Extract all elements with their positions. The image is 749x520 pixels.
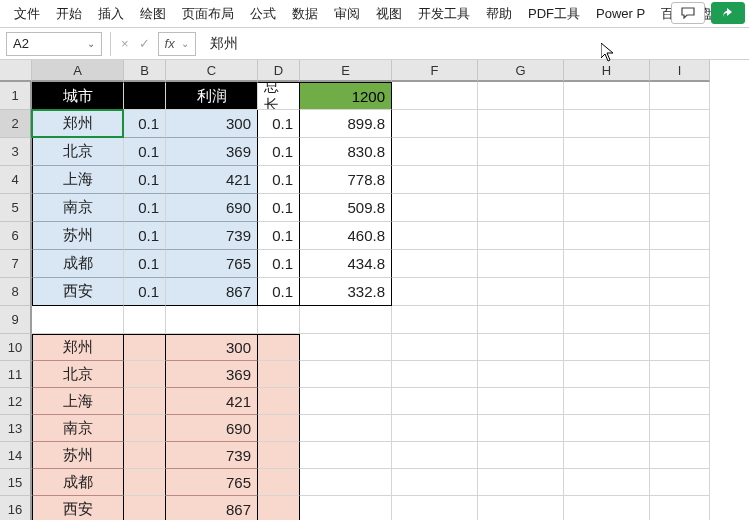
cell[interactable]: 867: [166, 496, 258, 520]
cell[interactable]: [300, 496, 392, 520]
cell[interactable]: [300, 442, 392, 469]
cell[interactable]: 300: [166, 110, 258, 138]
cell[interactable]: 南京: [32, 194, 124, 222]
share-button[interactable]: [711, 2, 745, 24]
cell[interactable]: [564, 250, 650, 278]
ribbon-tab-power[interactable]: Power P: [588, 2, 653, 25]
row-header-5[interactable]: 5: [0, 194, 32, 222]
cell[interactable]: [478, 250, 564, 278]
cell[interactable]: [564, 334, 650, 361]
cell[interactable]: [478, 110, 564, 138]
column-header-A[interactable]: A: [32, 60, 124, 82]
cell[interactable]: [300, 361, 392, 388]
cell[interactable]: [392, 278, 478, 306]
cell[interactable]: 0.1: [124, 138, 166, 166]
cell[interactable]: 369: [166, 138, 258, 166]
cell[interactable]: [392, 82, 478, 110]
cell[interactable]: 郑州: [32, 110, 124, 138]
cell[interactable]: [124, 496, 166, 520]
cell[interactable]: 北京: [32, 138, 124, 166]
cell[interactable]: [478, 334, 564, 361]
cell[interactable]: 成都: [32, 250, 124, 278]
cell[interactable]: 0.1: [258, 138, 300, 166]
cell[interactable]: [650, 306, 710, 334]
cell[interactable]: [300, 334, 392, 361]
cell[interactable]: 苏州: [32, 222, 124, 250]
row-header-4[interactable]: 4: [0, 166, 32, 194]
cell[interactable]: 苏州: [32, 442, 124, 469]
cell[interactable]: 830.8: [300, 138, 392, 166]
ribbon-tab-draw[interactable]: 绘图: [132, 1, 174, 27]
ribbon-tab-formulas[interactable]: 公式: [242, 1, 284, 27]
cell[interactable]: [478, 194, 564, 222]
cell[interactable]: [258, 306, 300, 334]
cell[interactable]: [650, 415, 710, 442]
cell[interactable]: [478, 138, 564, 166]
cell[interactable]: 0.1: [124, 222, 166, 250]
cell[interactable]: 0.1: [124, 110, 166, 138]
cell[interactable]: [650, 388, 710, 415]
cell[interactable]: 0.1: [258, 166, 300, 194]
cell[interactable]: [478, 496, 564, 520]
cell[interactable]: [564, 166, 650, 194]
column-header-F[interactable]: F: [392, 60, 478, 82]
cell[interactable]: [166, 306, 258, 334]
ribbon-tab-file[interactable]: 文件: [6, 1, 48, 27]
ribbon-tab-developer[interactable]: 开发工具: [410, 1, 478, 27]
cell[interactable]: 765: [166, 469, 258, 496]
cell[interactable]: [32, 306, 124, 334]
cell[interactable]: 0.1: [258, 222, 300, 250]
cell[interactable]: [392, 442, 478, 469]
cell[interactable]: [478, 278, 564, 306]
cell[interactable]: [124, 415, 166, 442]
cell[interactable]: 867: [166, 278, 258, 306]
cell[interactable]: [392, 415, 478, 442]
cell[interactable]: 0.1: [258, 278, 300, 306]
cell[interactable]: 西安: [32, 278, 124, 306]
cell[interactable]: [564, 469, 650, 496]
cell[interactable]: 690: [166, 194, 258, 222]
row-header-14[interactable]: 14: [0, 442, 32, 469]
cell[interactable]: [650, 110, 710, 138]
cell[interactable]: [564, 222, 650, 250]
ribbon-tab-home[interactable]: 开始: [48, 1, 90, 27]
cell[interactable]: [564, 138, 650, 166]
row-header-3[interactable]: 3: [0, 138, 32, 166]
cell[interactable]: [124, 442, 166, 469]
name-box[interactable]: A2 ⌄: [6, 32, 102, 56]
row-header-9[interactable]: 9: [0, 306, 32, 334]
cell[interactable]: [392, 469, 478, 496]
column-header-C[interactable]: C: [166, 60, 258, 82]
cell[interactable]: [650, 361, 710, 388]
cell[interactable]: [564, 194, 650, 222]
cell[interactable]: 西安: [32, 496, 124, 520]
cell[interactable]: [650, 138, 710, 166]
row-header-6[interactable]: 6: [0, 222, 32, 250]
cell[interactable]: [300, 388, 392, 415]
cell[interactable]: [564, 110, 650, 138]
cell[interactable]: [392, 250, 478, 278]
cells-area[interactable]: 城市利润总长1200郑州0.13000.1899.8北京0.13690.1830…: [32, 82, 710, 520]
cancel-formula-button[interactable]: ×: [119, 36, 131, 51]
cell[interactable]: [650, 194, 710, 222]
cell[interactable]: [392, 388, 478, 415]
cell[interactable]: 690: [166, 415, 258, 442]
cell[interactable]: 421: [166, 166, 258, 194]
cell[interactable]: [564, 361, 650, 388]
cell[interactable]: 0.1: [124, 194, 166, 222]
cell[interactable]: [478, 166, 564, 194]
comments-button[interactable]: [671, 2, 705, 24]
cell[interactable]: [300, 415, 392, 442]
column-header-G[interactable]: G: [478, 60, 564, 82]
cell[interactable]: [124, 306, 166, 334]
select-all-corner[interactable]: [0, 60, 32, 82]
cell[interactable]: 城市: [32, 82, 124, 110]
cell[interactable]: [392, 110, 478, 138]
cell[interactable]: 上海: [32, 166, 124, 194]
cell[interactable]: 利润: [166, 82, 258, 110]
cell[interactable]: [564, 496, 650, 520]
cell[interactable]: [392, 334, 478, 361]
cell[interactable]: [392, 306, 478, 334]
cell[interactable]: [478, 361, 564, 388]
cell[interactable]: [478, 388, 564, 415]
